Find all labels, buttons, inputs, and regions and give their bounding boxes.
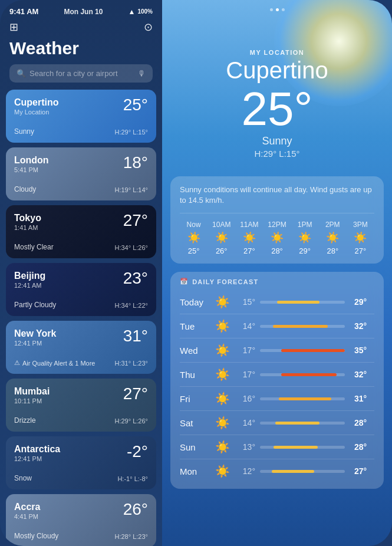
temp-bar-fill bbox=[275, 422, 319, 425]
microphone-icon[interactable]: 🎙 bbox=[138, 69, 146, 78]
sidebar-toggle-icon[interactable]: ⊞ bbox=[9, 21, 18, 34]
city-card[interactable]: Accra 4:41 PM 26° Mostly Cloudy H:28° L:… bbox=[6, 494, 156, 546]
city-card[interactable]: Beijing 12:41 AM 23° Partly Cloudy H:34°… bbox=[6, 263, 156, 316]
city-temperature: -2° bbox=[127, 443, 148, 460]
hour-item: 10AM ☀️ 26° bbox=[207, 221, 235, 255]
city-name: Antarctica bbox=[14, 443, 60, 455]
dots-indicator bbox=[162, 0, 392, 14]
city-top: Cupertino My Location 25° bbox=[14, 97, 148, 116]
city-high-low: H:29° L:15° bbox=[115, 129, 149, 136]
day-icon: ☀️ bbox=[214, 464, 230, 478]
temp-bar-container bbox=[260, 397, 345, 400]
daily-row: Today ☀️ 15° 29° bbox=[180, 290, 374, 314]
daily-row: Thu ☀️ 17° 32° bbox=[180, 363, 374, 387]
hour-temp: 26° bbox=[216, 246, 228, 255]
calendar-icon: 📅 bbox=[180, 278, 189, 285]
day-high: 32° bbox=[354, 321, 374, 331]
city-name: Beijing bbox=[14, 270, 45, 281]
day-name: Thu bbox=[180, 370, 209, 380]
hour-item: 2PM ☀️ 28° bbox=[319, 221, 347, 255]
day-low: 14° bbox=[235, 321, 255, 331]
hour-temp: 25° bbox=[188, 246, 200, 255]
location-label: MY LOCATION bbox=[174, 49, 380, 56]
day-low: 14° bbox=[235, 418, 255, 427]
day-high: 28° bbox=[354, 418, 374, 427]
hour-icon: ☀️ bbox=[187, 231, 200, 244]
top-bar: ⊞ ⊙ bbox=[0, 18, 162, 38]
temp-bar-container bbox=[260, 422, 345, 425]
city-condition: Mostly Clear bbox=[14, 243, 54, 251]
app-title: Weather bbox=[0, 38, 162, 64]
day-name: Fri bbox=[180, 394, 209, 404]
temp-bar-fill bbox=[277, 301, 319, 304]
city-temperature: 26° bbox=[123, 501, 148, 518]
city-top: Beijing 12:41 AM 23° bbox=[14, 270, 148, 289]
hour-label: 1PM bbox=[298, 221, 312, 229]
city-alert: ⚠ Air Quality Alert & 1 More bbox=[14, 359, 95, 367]
city-name: New York bbox=[14, 328, 56, 339]
day-high: 32° bbox=[354, 370, 374, 379]
main-city-name: Cupertino bbox=[174, 57, 380, 83]
city-card[interactable]: Mumbai 10:11 PM 27° Drizzle H:29° L:26° bbox=[6, 379, 156, 432]
city-card[interactable]: Cupertino My Location 25° Sunny H:29° L:… bbox=[6, 90, 156, 143]
city-bottom: Mostly Clear H:34° L:26° bbox=[14, 243, 148, 251]
city-top: Mumbai 10:11 PM 27° bbox=[14, 386, 148, 404]
temp-bar-fill bbox=[274, 446, 318, 449]
city-name-block: London 5:41 PM bbox=[14, 154, 49, 173]
hour-item: 1PM ☀️ 29° bbox=[291, 221, 319, 255]
city-name-block: Tokyo 1:41 AM bbox=[14, 212, 41, 231]
main-high-low: H:29° L:15° bbox=[174, 149, 380, 159]
temp-bar-fill bbox=[281, 373, 337, 376]
city-top: London 5:41 PM 18° bbox=[14, 154, 148, 173]
day-high: 35° bbox=[354, 346, 374, 355]
day-name: Tue bbox=[180, 321, 209, 331]
city-name: Tokyo bbox=[14, 212, 41, 223]
status-bar: 9:41 AM Mon Jun 10 ▲ 100% bbox=[0, 0, 162, 18]
city-bottom: ⚠ Air Quality Alert & 1 More H:31° L:23° bbox=[14, 359, 148, 367]
temp-bar-container bbox=[260, 349, 345, 352]
city-name-block: Cupertino My Location bbox=[14, 97, 59, 116]
city-bottom: Mostly Cloudy H:28° L:23° bbox=[14, 532, 148, 540]
city-card[interactable]: Tokyo 1:41 AM 27° Mostly Clear H:34° L:2… bbox=[6, 205, 156, 258]
daily-forecast-card: 📅 DAILY FORECAST Today ☀️ 15° 29° Tue ☀️… bbox=[170, 272, 384, 489]
day-icon: ☀️ bbox=[214, 343, 230, 357]
temp-bar-fill bbox=[279, 397, 331, 400]
day-high: 28° bbox=[354, 442, 374, 452]
city-top: Accra 4:41 PM 26° bbox=[14, 501, 148, 520]
day-low: 13° bbox=[235, 442, 255, 452]
city-card[interactable]: London 5:41 PM 18° Cloudy H:19° L:14° bbox=[6, 147, 156, 200]
daily-label: DAILY FORECAST bbox=[192, 278, 258, 285]
city-condition: Cloudy bbox=[14, 185, 36, 193]
daily-row: Tue ☀️ 14° 32° bbox=[180, 314, 374, 338]
city-sublabel: 5:41 PM bbox=[14, 166, 49, 173]
dot bbox=[270, 8, 273, 11]
city-high-low: H:34° L:22° bbox=[115, 302, 149, 309]
city-top: Antarctica 12:41 PM -2° bbox=[14, 443, 148, 462]
daily-row: Wed ☀️ 17° 35° bbox=[180, 338, 374, 363]
hour-temp: 27° bbox=[243, 246, 255, 255]
forecast-description: Sunny conditions will continue all day. … bbox=[180, 185, 374, 213]
temp-bar-container bbox=[260, 470, 345, 473]
city-bottom: Cloudy H:19° L:14° bbox=[14, 185, 148, 193]
search-input[interactable] bbox=[29, 69, 134, 78]
status-icons: ▲ 100% bbox=[129, 8, 153, 16]
city-name-block: Beijing 12:41 AM bbox=[14, 270, 45, 289]
city-temperature: 27° bbox=[123, 212, 148, 229]
left-panel: 9:41 AM Mon Jun 10 ▲ 100% ⊞ ⊙ Weather 🔍 … bbox=[0, 0, 162, 546]
city-card[interactable]: New York 12:41 PM 31° ⚠ Air Quality Aler… bbox=[6, 321, 156, 374]
more-options-icon[interactable]: ⊙ bbox=[144, 21, 153, 34]
temp-bar-container bbox=[260, 373, 345, 376]
hour-label: Now bbox=[187, 221, 201, 229]
day-high: 31° bbox=[354, 394, 374, 403]
hour-icon: ☀️ bbox=[354, 231, 367, 244]
temp-bar-container bbox=[260, 446, 345, 449]
city-sublabel: 4:41 PM bbox=[14, 513, 40, 520]
search-bar[interactable]: 🔍 🎙 bbox=[9, 64, 153, 83]
hour-label: 11AM bbox=[240, 221, 258, 229]
city-card[interactable]: Antarctica 12:41 PM -2° Snow H:-1° L:-8° bbox=[6, 436, 156, 489]
city-condition: Partly Cloudy bbox=[14, 301, 56, 309]
daily-rows: Today ☀️ 15° 29° Tue ☀️ 14° 32° Wed ☀️ 1… bbox=[180, 290, 374, 483]
right-panel: MY LOCATION Cupertino 25° Sunny H:29° L:… bbox=[162, 0, 392, 546]
temp-bar-fill bbox=[281, 349, 345, 352]
city-name-block: Antarctica 12:41 PM bbox=[14, 443, 60, 462]
